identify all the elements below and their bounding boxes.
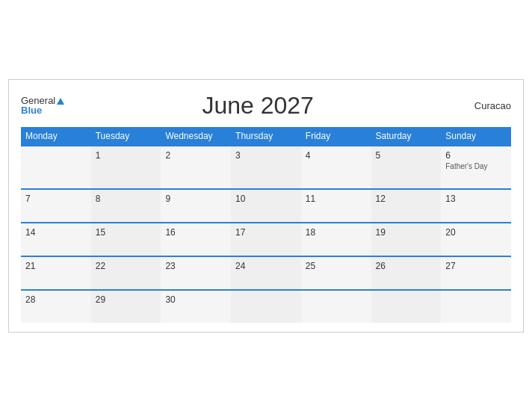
day-number: 16 xyxy=(165,227,226,238)
logo-blue-text: Blue xyxy=(21,105,42,115)
calendar-cell xyxy=(301,290,371,323)
calendar-header: General Blue June 2027 Curacao xyxy=(21,92,511,120)
week-row-1: 123456Father's Day xyxy=(21,146,511,189)
logo-triangle-icon xyxy=(57,98,64,105)
calendar-cell: 1 xyxy=(91,146,161,189)
calendar-cell xyxy=(371,290,442,323)
col-header-wednesday: Wednesday xyxy=(161,127,231,146)
calendar-cell: 5 xyxy=(371,146,442,189)
calendar-cell xyxy=(21,146,91,189)
day-number: 19 xyxy=(376,227,437,238)
week-row-3: 14151617181920 xyxy=(21,223,511,256)
col-header-monday: Monday xyxy=(21,127,91,146)
day-number: 20 xyxy=(445,227,507,238)
day-number: 11 xyxy=(306,194,367,204)
calendar-cell: 27 xyxy=(441,256,511,290)
day-number: 4 xyxy=(306,150,367,161)
calendar-cell xyxy=(231,290,301,323)
calendar-cell: 23 xyxy=(161,256,231,290)
calendar-table: MondayTuesdayWednesdayThursdayFridaySatu… xyxy=(21,127,511,323)
calendar-cell: 21 xyxy=(21,256,91,290)
day-number: 5 xyxy=(376,150,437,161)
logo: General Blue xyxy=(21,96,64,115)
calendar-cell: 14 xyxy=(21,223,91,256)
calendar-cell: 13 xyxy=(441,189,511,223)
calendar-cell: 16 xyxy=(161,223,231,256)
calendar-cell: 11 xyxy=(301,189,371,223)
day-number: 24 xyxy=(235,261,297,271)
day-number: 2 xyxy=(165,150,226,161)
day-number: 25 xyxy=(306,261,367,271)
day-number: 8 xyxy=(96,194,157,204)
day-number: 26 xyxy=(376,261,437,271)
col-header-sunday: Sunday xyxy=(441,127,511,146)
calendar-cell: 3 xyxy=(231,146,301,189)
day-number: 14 xyxy=(25,227,87,238)
calendar-cell: 30 xyxy=(161,290,231,323)
day-number: 28 xyxy=(25,294,87,305)
calendar-cell: 26 xyxy=(371,256,442,290)
day-number: 6 xyxy=(445,150,507,161)
calendar-cell: 20 xyxy=(441,223,511,256)
day-number: 18 xyxy=(306,227,367,238)
col-header-tuesday: Tuesday xyxy=(91,127,161,146)
calendar-cell xyxy=(441,290,511,323)
calendar-cell: 4 xyxy=(301,146,371,189)
col-header-friday: Friday xyxy=(301,127,371,146)
day-number: 30 xyxy=(165,294,226,305)
col-header-thursday: Thursday xyxy=(231,127,301,146)
day-number: 13 xyxy=(445,194,507,204)
calendar-cell: 7 xyxy=(21,189,91,223)
week-row-2: 78910111213 xyxy=(21,189,511,223)
day-number: 22 xyxy=(96,261,157,271)
day-number: 15 xyxy=(96,227,157,238)
day-number: 1 xyxy=(96,150,157,161)
day-number: 9 xyxy=(165,194,226,204)
calendar-cell: 2 xyxy=(161,146,231,189)
calendar-cell: 12 xyxy=(371,189,442,223)
calendar-cell: 29 xyxy=(91,290,161,323)
day-number: 23 xyxy=(165,261,226,271)
calendar-cell: 8 xyxy=(91,189,161,223)
calendar-cell: 15 xyxy=(91,223,161,256)
day-number: 12 xyxy=(376,194,437,204)
calendar-title: June 2027 xyxy=(64,92,451,120)
calendar-cell: 17 xyxy=(231,223,301,256)
day-number: 29 xyxy=(96,294,157,305)
calendar-cell: 18 xyxy=(301,223,371,256)
calendar-cell: 19 xyxy=(371,223,442,256)
calendar-cell: 25 xyxy=(301,256,371,290)
day-number: 17 xyxy=(235,227,297,238)
day-number: 3 xyxy=(235,150,297,161)
calendar-cell: 22 xyxy=(91,256,161,290)
day-number: 27 xyxy=(445,261,507,271)
day-number: 7 xyxy=(25,194,87,204)
calendar-cell: 6Father's Day xyxy=(441,146,511,189)
day-number: 21 xyxy=(25,261,87,271)
calendar-container: General Blue June 2027 Curacao MondayTue… xyxy=(8,79,524,333)
calendar-cell: 28 xyxy=(21,290,91,323)
week-row-4: 21222324252627 xyxy=(21,256,511,290)
calendar-cell: 10 xyxy=(231,189,301,223)
week-row-5: 282930 xyxy=(21,290,511,323)
holiday-label: Father's Day xyxy=(445,162,507,170)
calendar-header-row: MondayTuesdayWednesdayThursdayFridaySatu… xyxy=(21,127,511,146)
day-number: 10 xyxy=(235,194,297,204)
col-header-saturday: Saturday xyxy=(371,127,442,146)
calendar-region: Curacao xyxy=(451,100,511,111)
calendar-cell: 9 xyxy=(161,189,231,223)
calendar-cell: 24 xyxy=(231,256,301,290)
